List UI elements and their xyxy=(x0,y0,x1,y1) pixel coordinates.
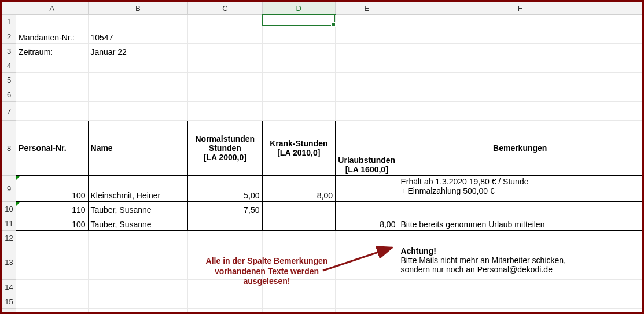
cell-F7[interactable] xyxy=(398,102,642,121)
row-6-header[interactable]: 6 xyxy=(2,87,16,102)
col-D-header[interactable]: D xyxy=(262,2,335,15)
cell-D7[interactable] xyxy=(262,102,335,121)
row-8-header[interactable]: 8 xyxy=(2,121,16,176)
cell-A10[interactable]: 110 xyxy=(16,202,88,216)
row-13-header[interactable]: 13 xyxy=(2,245,16,280)
cell-E6[interactable] xyxy=(336,87,398,102)
cell-E1[interactable] xyxy=(336,14,398,29)
cell-A16[interactable] xyxy=(16,309,88,315)
cell-F14[interactable] xyxy=(398,280,642,294)
cell-F13[interactable]: Achtung! Bitte Mails nicht mehr an Mitar… xyxy=(398,245,642,280)
col-A-header[interactable]: A xyxy=(16,2,88,15)
cell-F10[interactable] xyxy=(398,202,642,216)
cell-A13[interactable] xyxy=(16,245,88,280)
cell-A4[interactable] xyxy=(16,58,88,73)
cell-F1[interactable] xyxy=(398,14,642,29)
cell-E9[interactable] xyxy=(336,176,398,202)
cell-D5[interactable] xyxy=(262,73,335,87)
cell-D6[interactable] xyxy=(262,87,335,102)
spreadsheet[interactable]: A B C D E F 1 2 Mandanten-Nr.: xyxy=(2,2,642,312)
cell-F2[interactable] xyxy=(398,29,642,44)
cell-E5[interactable] xyxy=(336,73,398,87)
col-B-header[interactable]: B xyxy=(88,2,188,15)
cell-B12[interactable] xyxy=(88,231,188,245)
cell-B6[interactable] xyxy=(88,87,188,102)
row-15-header[interactable]: 15 xyxy=(2,294,16,309)
cell-D4[interactable] xyxy=(262,58,335,73)
cell-D3[interactable] xyxy=(262,44,335,58)
row-3-header[interactable]: 3 xyxy=(2,44,16,58)
cell-C7[interactable] xyxy=(188,102,262,121)
cell-D12[interactable] xyxy=(262,231,335,245)
cell-C16[interactable] xyxy=(188,309,262,315)
cell-D8[interactable]: Krank-Stunden [LA 2010,0] xyxy=(262,121,335,176)
cell-D1[interactable] xyxy=(262,14,335,29)
col-F-header[interactable]: F xyxy=(398,2,642,15)
cell-F12[interactable] xyxy=(398,231,642,245)
cell-D11[interactable] xyxy=(262,216,335,231)
cell-E14[interactable] xyxy=(336,280,398,294)
cell-A2[interactable]: Mandanten-Nr.: xyxy=(16,29,88,44)
row-2-header[interactable]: 2 xyxy=(2,29,16,44)
cell-D16[interactable] xyxy=(262,309,335,315)
cell-B8[interactable]: Name xyxy=(88,121,188,176)
col-E-header[interactable]: E xyxy=(336,2,398,15)
cell-F5[interactable] xyxy=(398,73,642,87)
cell-C5[interactable] xyxy=(188,73,262,87)
cell-C1[interactable] xyxy=(188,14,262,29)
cell-A11[interactable]: 100 xyxy=(16,216,88,231)
cell-D10[interactable] xyxy=(262,202,335,216)
cell-B14[interactable] xyxy=(88,280,188,294)
col-C-header[interactable]: C xyxy=(188,2,262,15)
cell-B10[interactable]: Tauber, Susanne xyxy=(88,202,188,216)
cell-F4[interactable] xyxy=(398,58,642,73)
cell-F16[interactable] xyxy=(398,309,642,315)
cell-E13[interactable] xyxy=(336,245,398,280)
cell-B15[interactable] xyxy=(88,294,188,309)
cell-C6[interactable] xyxy=(188,87,262,102)
cell-D9[interactable]: 8,00 xyxy=(262,176,335,202)
cell-F6[interactable] xyxy=(398,87,642,102)
cell-A8[interactable]: Personal-Nr. xyxy=(16,121,88,176)
cell-C10[interactable]: 7,50 xyxy=(188,202,262,216)
select-all-corner[interactable] xyxy=(2,2,16,15)
cell-A5[interactable] xyxy=(16,73,88,87)
cell-A9[interactable]: 100 xyxy=(16,176,88,202)
row-16-header[interactable]: 16 xyxy=(2,309,16,315)
cell-F8[interactable]: Bemerkungen xyxy=(398,121,642,176)
cell-D2[interactable] xyxy=(262,29,335,44)
cell-C15[interactable] xyxy=(188,294,262,309)
cell-F9[interactable]: Erhält ab 1.3.2020 19,80 € / Stunde + Ei… xyxy=(398,176,642,202)
cell-B4[interactable] xyxy=(88,58,188,73)
row-1-header[interactable]: 1 xyxy=(2,14,16,29)
cell-A14[interactable] xyxy=(16,280,88,294)
row-4-header[interactable]: 4 xyxy=(2,58,16,73)
cell-B3[interactable]: Januar 22 xyxy=(88,44,188,58)
cell-F15[interactable] xyxy=(398,294,642,309)
cell-B1[interactable] xyxy=(88,14,188,29)
row-11-header[interactable]: 11 xyxy=(2,216,16,231)
cell-B16[interactable] xyxy=(88,309,188,315)
cell-E2[interactable] xyxy=(336,29,398,44)
cell-C8[interactable]: Normalstunden Stunden [LA 2000,0] xyxy=(188,121,262,176)
cell-B5[interactable] xyxy=(88,73,188,87)
cell-B13[interactable] xyxy=(88,245,188,280)
row-9-header[interactable]: 9 xyxy=(2,176,16,202)
cell-A3[interactable]: Zeitraum: xyxy=(16,44,88,58)
cell-A15[interactable] xyxy=(16,294,88,309)
cell-C9[interactable]: 5,00 xyxy=(188,176,262,202)
cell-F11[interactable]: Bitte bereits genommen Urlaub mitteilen xyxy=(398,216,642,231)
row-5-header[interactable]: 5 xyxy=(2,73,16,87)
row-7-header[interactable]: 7 xyxy=(2,102,16,121)
row-12-header[interactable]: 12 xyxy=(2,231,16,245)
cell-F3[interactable] xyxy=(398,44,642,58)
cell-C3[interactable] xyxy=(188,44,262,58)
cell-B11[interactable]: Tauber, Susanne xyxy=(88,216,188,231)
cell-A7[interactable] xyxy=(16,102,88,121)
cell-E8[interactable]: Urlaubstunden [LA 1600,0] xyxy=(336,121,398,176)
row-10-header[interactable]: 10 xyxy=(2,202,16,216)
cell-E7[interactable] xyxy=(336,102,398,121)
cell-E16[interactable] xyxy=(336,309,398,315)
cell-B9[interactable]: Kleinschmit, Heiner xyxy=(88,176,188,202)
cell-E3[interactable] xyxy=(336,44,398,58)
